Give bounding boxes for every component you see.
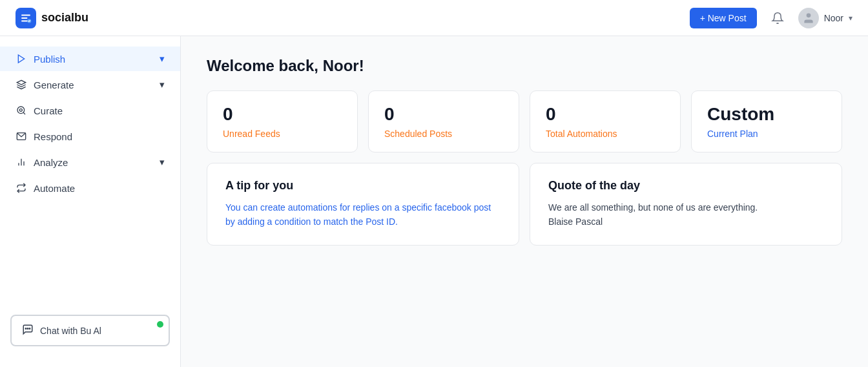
new-post-button[interactable]: + New Post bbox=[690, 8, 757, 28]
sidebar-item-label-respond: Respond bbox=[34, 131, 72, 142]
sidebar-item-label-curate: Curate bbox=[34, 105, 63, 116]
chat-button[interactable]: Chat with Bu Al bbox=[10, 315, 170, 346]
sidebar-item-label-analyze: Analyze bbox=[34, 157, 68, 168]
sidebar-item-generate[interactable]: Generate ▾ bbox=[0, 72, 180, 97]
svg-point-12 bbox=[29, 328, 30, 330]
sidebar-item-label-automate: Automate bbox=[34, 183, 75, 194]
sidebar: Publish ▾ Generate ▾ Curate bbox=[0, 36, 181, 367]
total-automations-label: Total Automations bbox=[546, 129, 665, 139]
svg-point-10 bbox=[25, 328, 26, 330]
chat-ai-icon bbox=[22, 324, 34, 337]
respond-icon bbox=[16, 131, 27, 142]
chevron-publish-icon: ▾ bbox=[160, 53, 165, 65]
logo-text: socialbu bbox=[41, 11, 88, 25]
svg-line-5 bbox=[23, 112, 25, 114]
chat-online-dot bbox=[157, 321, 163, 328]
user-name-label: Noor bbox=[824, 13, 843, 23]
sidebar-item-label-generate: Generate bbox=[34, 79, 74, 90]
header-right: + New Post Noor ▾ bbox=[690, 8, 852, 28]
chevron-generate-icon: ▾ bbox=[160, 79, 165, 90]
svg-point-11 bbox=[27, 328, 28, 330]
quote-card: Quote of the day We are all something, b… bbox=[530, 163, 842, 246]
avatar bbox=[798, 8, 819, 28]
tip-card: A tip for you You can create automations… bbox=[207, 163, 519, 246]
curate-icon bbox=[16, 105, 27, 116]
chevron-analyze-icon: ▾ bbox=[160, 156, 165, 168]
tip-card-title: A tip for you bbox=[225, 179, 501, 193]
sidebar-item-curate[interactable]: Curate bbox=[0, 98, 180, 123]
scheduled-posts-value: 0 bbox=[384, 104, 503, 125]
current-plan-value: Custom bbox=[707, 104, 826, 125]
logo-icon bbox=[16, 8, 36, 28]
quote-text: We are all something, but none of us are… bbox=[548, 202, 758, 213]
sidebar-item-respond[interactable]: Respond bbox=[0, 124, 180, 149]
svg-point-4 bbox=[19, 109, 22, 111]
quote-card-title: Quote of the day bbox=[548, 179, 823, 193]
page-title: Welcome back, Noor! bbox=[207, 57, 842, 75]
scheduled-posts-card: 0 Scheduled Posts bbox=[368, 90, 519, 152]
tip-card-text: You can create automations for replies o… bbox=[225, 200, 501, 229]
automate-icon bbox=[16, 182, 27, 194]
sidebar-nav: Publish ▾ Generate ▾ Curate bbox=[0, 47, 180, 200]
logo-area: socialbu bbox=[16, 8, 88, 28]
unread-feeds-value: 0 bbox=[223, 104, 342, 125]
user-menu[interactable]: Noor ▾ bbox=[798, 8, 852, 28]
quote-author: Blaise Pascal bbox=[548, 216, 603, 227]
sidebar-item-publish[interactable]: Publish ▾ bbox=[0, 47, 180, 71]
unread-feeds-label: Unread Feeds bbox=[223, 129, 342, 139]
quote-card-text: We are all something, but none of us are… bbox=[548, 200, 823, 229]
sidebar-item-automate[interactable]: Automate bbox=[0, 176, 180, 200]
sidebar-item-analyze[interactable]: Analyze ▾ bbox=[0, 150, 180, 174]
stat-cards-row: 0 Unread Feeds 0 Scheduled Posts 0 Total… bbox=[207, 90, 842, 152]
total-automations-card: 0 Total Automations bbox=[530, 90, 681, 152]
unread-feeds-card: 0 Unread Feeds bbox=[207, 90, 358, 152]
layout: Publish ▾ Generate ▾ Curate bbox=[0, 36, 868, 367]
header: socialbu + New Post Noor ▾ bbox=[0, 0, 868, 36]
notification-icon[interactable] bbox=[767, 8, 788, 28]
svg-point-3 bbox=[17, 107, 25, 114]
scheduled-posts-label: Scheduled Posts bbox=[384, 129, 503, 139]
svg-marker-2 bbox=[18, 55, 24, 63]
total-automations-value: 0 bbox=[546, 104, 665, 125]
chat-button-label: Chat with Bu Al bbox=[40, 326, 101, 336]
sidebar-item-label-publish: Publish bbox=[34, 54, 65, 65]
main-content: Welcome back, Noor! 0 Unread Feeds 0 Sch… bbox=[181, 36, 868, 367]
svg-point-1 bbox=[806, 13, 811, 17]
analyze-icon bbox=[16, 156, 27, 168]
current-plan-card: Custom Current Plan bbox=[691, 90, 842, 152]
generate-icon bbox=[16, 79, 27, 90]
current-plan-label: Current Plan bbox=[707, 129, 826, 139]
bottom-cards-row: A tip for you You can create automations… bbox=[207, 163, 842, 246]
chevron-down-icon: ▾ bbox=[849, 14, 852, 23]
publish-icon bbox=[16, 53, 27, 65]
